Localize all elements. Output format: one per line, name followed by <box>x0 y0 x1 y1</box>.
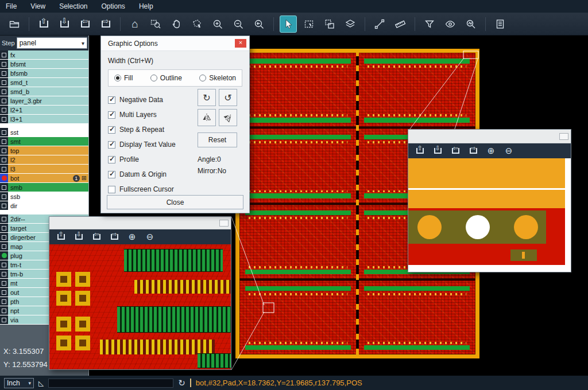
checkbox-profile[interactable]: Profile <box>108 152 195 167</box>
layer-name[interactable]: dir <box>8 201 88 210</box>
checkbox-step-repeat[interactable]: Step & Repeat <box>108 122 195 137</box>
layer-visibility-toggle[interactable] <box>0 60 8 68</box>
magnifier-window-right[interactable]: ⇧ ⇩ ⇦ ⇨ ⊕ ⊖ <box>408 129 571 272</box>
layer-row-l2+1[interactable]: l2+1 <box>0 106 88 114</box>
export-down-button[interactable]: ⇩ <box>56 15 73 33</box>
export-right-button[interactable]: ⇨ <box>97 15 114 33</box>
layer-visibility-toggle[interactable] <box>0 233 8 241</box>
layer-name[interactable]: smb <box>8 183 88 192</box>
window-control-box[interactable] <box>559 133 568 140</box>
zoom-out-button[interactable]: ⊖ <box>502 145 515 157</box>
dialog-close-button[interactable]: × <box>235 39 246 48</box>
layer-row-bot[interactable]: bot1⊞ <box>0 174 88 182</box>
zoom-out-button[interactable] <box>230 15 247 33</box>
report-button[interactable] <box>492 15 509 33</box>
rect-select-button[interactable] <box>300 15 318 33</box>
layer-name[interactable]: bfsmt <box>8 60 88 68</box>
checkbox-datum-origin[interactable]: Datum & Origin <box>108 167 195 182</box>
layer-visibility-toggle[interactable] <box>0 174 8 182</box>
layer-visibility-toggle[interactable] <box>0 137 8 146</box>
layer-visibility-toggle[interactable] <box>0 155 8 164</box>
layer-row-sst[interactable]: sst <box>0 128 88 136</box>
rotate-ccw-button[interactable]: ↺ <box>219 89 237 106</box>
layer-visibility-toggle[interactable] <box>0 224 8 232</box>
checkbox-display-text-value[interactable]: Display Text Value <box>108 137 195 152</box>
pan-hand-button[interactable] <box>168 15 185 33</box>
layer-visibility-toggle[interactable] <box>0 251 8 260</box>
layer-visibility-toggle[interactable] <box>0 315 8 324</box>
export-down-button[interactable]: ⇩ <box>431 145 444 157</box>
layer-visibility-toggle[interactable] <box>0 96 8 105</box>
magnifier-window-bottom-left[interactable]: ⇧ ⇩ ⇦ ⇨ ⊕ ⊖ <box>49 216 231 370</box>
layer-name[interactable]: ssb <box>8 192 88 201</box>
open-file-button[interactable] <box>6 15 23 33</box>
layer-name[interactable]: l2+1 <box>8 106 88 114</box>
close-button[interactable]: Close <box>107 195 243 209</box>
layer-row-bfsmb[interactable]: bfsmb <box>0 69 88 77</box>
menu-view[interactable]: View <box>30 2 45 10</box>
layer-name[interactable]: top <box>8 146 88 155</box>
dialog-titlebar[interactable]: Graphic Options × <box>101 36 249 51</box>
layer-visibility-toggle[interactable] <box>0 214 8 223</box>
layer-name[interactable]: smt <box>8 137 88 146</box>
layer-visibility-toggle[interactable] <box>0 306 8 315</box>
layer-visibility-toggle[interactable] <box>0 288 8 297</box>
export-left-button[interactable]: ⇦ <box>449 145 462 157</box>
layer-name[interactable]: sst <box>8 128 88 136</box>
net-search-button[interactable] <box>462 15 479 33</box>
layer-visibility-toggle[interactable] <box>0 260 8 269</box>
layer-visibility-toggle[interactable] <box>0 87 8 96</box>
layer-name[interactable]: bot1⊞ <box>8 174 88 182</box>
import-button[interactable]: ⇧ <box>55 231 67 243</box>
magnifier-titlebar[interactable] <box>408 130 571 143</box>
zoom-in-button[interactable] <box>209 15 226 33</box>
layer-row-bfsmt[interactable]: bfsmt <box>0 60 88 68</box>
layer-row-l2[interactable]: l2 <box>0 155 88 164</box>
layer-visibility-toggle[interactable] <box>0 270 8 278</box>
checkbox-negative-data[interactable]: Negative Data <box>108 92 195 107</box>
layer-row-top[interactable]: top <box>0 146 88 155</box>
filter-button[interactable] <box>421 15 438 33</box>
zoom-out-button[interactable]: ⊖ <box>144 231 156 243</box>
zoom-previous-button[interactable] <box>250 15 268 33</box>
export-left-button[interactable]: ⇦ <box>90 231 103 243</box>
checkbox-multi-layers[interactable]: Multi Layers <box>108 107 195 122</box>
layer-row-l3+1[interactable]: l3+1 <box>0 115 88 123</box>
zoom-in-button[interactable]: ⊕ <box>485 145 497 157</box>
export-down-button[interactable]: ⇩ <box>72 231 85 243</box>
layer-row-smd_t[interactable]: smd_t <box>0 78 88 87</box>
layer-name[interactable]: l3+1 <box>8 115 88 123</box>
layer-visibility-toggle[interactable] <box>0 242 8 251</box>
layer-visibility-toggle[interactable] <box>0 297 8 306</box>
radio-outline[interactable]: Outline <box>150 74 182 82</box>
layer-visibility-toggle[interactable] <box>0 115 8 123</box>
layer-name[interactable]: bfsmb <box>8 69 88 77</box>
window-control-box[interactable] <box>219 220 229 227</box>
layer-name[interactable]: l2 <box>8 155 88 164</box>
measure-line-button[interactable] <box>371 15 388 33</box>
layers-apply-button[interactable] <box>342 15 359 33</box>
layer-visibility-toggle[interactable] <box>0 78 8 87</box>
export-left-button[interactable]: ⇦ <box>76 15 94 33</box>
layer-visibility-toggle[interactable] <box>0 183 8 192</box>
rotate-cw-button[interactable]: ↻ <box>198 89 216 106</box>
layer-row-layer_3.gbr[interactable]: layer_3.gbr <box>0 96 88 105</box>
mirror-diagonal-button[interactable] <box>219 109 237 126</box>
layer-visibility-toggle[interactable] <box>0 192 8 201</box>
layer-visibility-toggle[interactable] <box>0 279 8 287</box>
layer-visibility-toggle[interactable] <box>0 69 8 77</box>
layer-row-smb[interactable]: smb <box>0 183 88 192</box>
layer-visibility-toggle[interactable] <box>0 146 8 155</box>
home-view-button[interactable]: ⌂ <box>126 15 144 33</box>
cursor-select-button[interactable] <box>280 15 297 33</box>
layer-name[interactable]: l3 <box>8 165 88 173</box>
import-button[interactable]: ⇧ <box>35 15 52 33</box>
zoom-in-button[interactable]: ⊕ <box>126 231 138 243</box>
refresh-icon[interactable]: ↻ <box>178 378 185 388</box>
menu-file[interactable]: File <box>6 2 17 10</box>
zoom-window-button[interactable] <box>147 15 164 33</box>
layer-row-ssb[interactable]: ssb <box>0 192 88 201</box>
step-select[interactable]: panel ▾ <box>17 37 87 49</box>
command-input[interactable] <box>48 379 173 388</box>
layer-visibility-toggle[interactable] <box>0 128 8 136</box>
